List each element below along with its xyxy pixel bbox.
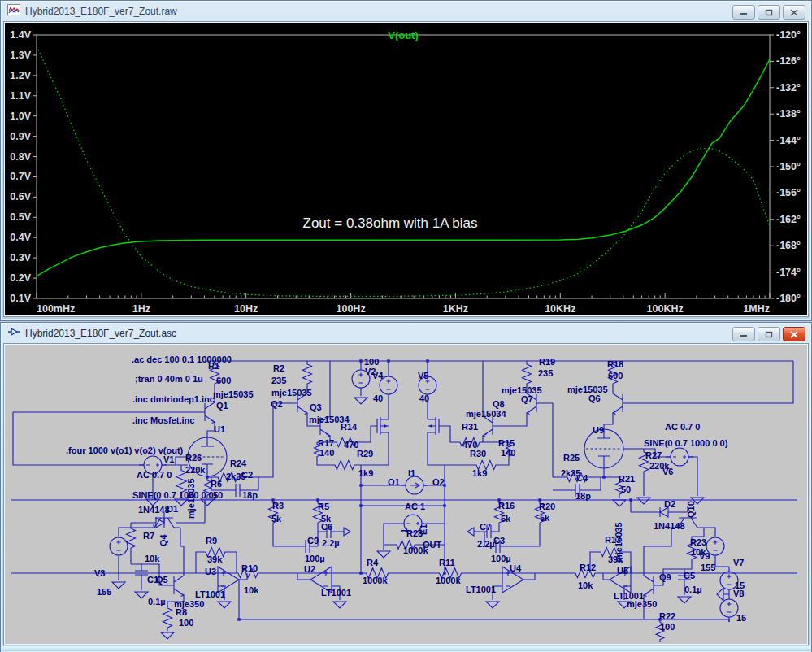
close-button[interactable] [783, 327, 805, 341]
y-left-tick: 1.2V [10, 70, 31, 81]
sch-label: V3 [94, 569, 105, 578]
y-right-tick: -168° [776, 240, 801, 251]
y-right-tick: -138° [776, 108, 801, 120]
restore-button[interactable] [758, 327, 780, 341]
sch-label: 100 [179, 619, 193, 628]
sch-label: 100 [660, 623, 675, 632]
sch-label: R15 [498, 439, 515, 448]
y-right-tick: -132° [776, 82, 801, 93]
schematic-canvas[interactable]: .ac dec 100 0.1 1000000;tran 0 40m 0 1u.… [5, 351, 807, 642]
sch-label: C6 [321, 523, 332, 532]
sch-label: C7 [480, 523, 491, 532]
waveform-plot[interactable]: 1.4V1.3V1.2V1.1V1.0V0.9V0.8V0.7V0.6V0.5V… [3, 23, 809, 317]
y-left-tick: 0.4V [10, 232, 31, 243]
minimize-button[interactable] [732, 5, 755, 20]
y-left-tick: 1.4V [10, 29, 31, 41]
sch-label: AC 0.7 0 [137, 471, 172, 480]
sch-label: U2 [304, 565, 315, 574]
sch-label: LT1001 [466, 585, 496, 594]
sch-label: U3 [205, 567, 216, 576]
sch-label: .inc Mosfet.inc [132, 416, 194, 425]
sch-label: 1k9 [472, 469, 487, 478]
sch-label: 1000k [436, 576, 461, 585]
x-axis-tick: 1KHz [443, 303, 468, 315]
sch-label: R24 [230, 459, 246, 468]
x-axis-tick: 100KHz [647, 303, 684, 315]
sch-label: 1000k [363, 576, 388, 585]
sch-label: R28 [406, 529, 423, 538]
y-left-tick: 1.1V [10, 90, 31, 102]
sch-label: LT1001 [195, 590, 225, 599]
sch-label: 140 [319, 449, 334, 458]
sch-label: mje350 [627, 600, 657, 609]
sch-label: V8 [733, 589, 744, 598]
x-axis-tick: 1Hz [132, 303, 150, 315]
sch-label: V6 [662, 467, 673, 476]
sch-label: R14 [341, 423, 357, 432]
sch-label: 39k [608, 555, 623, 564]
sch-label: 220k [185, 466, 205, 475]
y-left-tick: 0.8V [10, 151, 31, 163]
y-right-tick: -174° [776, 267, 801, 278]
restore-button[interactable] [758, 5, 780, 20]
sch-label: 2.2µ [477, 540, 495, 549]
y-right-tick: -162° [776, 214, 801, 225]
sch-label: 5k [501, 515, 510, 524]
sch-label: R22 [659, 612, 675, 621]
sch-label: V1 [163, 455, 174, 464]
y-left-tick: 0.9V [10, 131, 31, 142]
sch-label: R25 [563, 454, 580, 463]
sch-label: D1 [167, 505, 178, 514]
sch-label: 1k9 [358, 469, 373, 478]
x-axis-tick: 100mHz [37, 303, 75, 315]
sch-label: R9 [206, 537, 217, 546]
sch-label: V7 [733, 559, 744, 567]
sch-label: O2 [432, 478, 445, 487]
y-left-tick: 0.3V [10, 252, 31, 263]
y-left-tick: 0.7V [10, 171, 31, 182]
sch-label: R1 [208, 362, 219, 371]
plot-window-titlebar[interactable]: Hybrid2013_E180F_ver7_Zout.raw [3, 2, 809, 20]
sch-label: 140 [501, 449, 515, 458]
sch-label: 0.1µ [148, 598, 166, 606]
sch-label: 235 [538, 369, 553, 378]
minimize-button[interactable] [732, 327, 755, 341]
waveform-icon [7, 4, 20, 19]
sch-label: 50 [213, 491, 223, 500]
magnitude-trace [37, 59, 770, 276]
sch-label: U5 [617, 567, 628, 576]
sch-label: 15 [736, 614, 746, 623]
sch-label: 155 [97, 588, 111, 597]
sch-label: V5 [418, 372, 428, 380]
sch-label: Q10 [687, 501, 696, 518]
sch-label: R3 [272, 502, 284, 511]
schematic-window-titlebar[interactable]: Hybrid2013_E180F_ver7_Zout.asc [3, 324, 809, 342]
trace-title: V(out) [388, 29, 419, 41]
sch-label: 600 [216, 376, 231, 385]
sch-label: C5 [684, 572, 695, 580]
sch-label: mje15035 [567, 385, 608, 394]
sch-label: 10k [145, 554, 159, 563]
sch-label: R6 [211, 480, 222, 489]
sch-label: 100µ [305, 554, 325, 563]
sch-label: R27 [645, 451, 662, 460]
sch-label: Q4 [159, 534, 168, 546]
sch-label: OUT [423, 541, 441, 550]
y-left-tick: 0.5V [10, 211, 31, 223]
sch-label: 10k [578, 581, 593, 590]
close-button[interactable] [783, 5, 805, 20]
sch-label: Q6 [588, 394, 601, 403]
sch-label: Q7 [521, 395, 533, 404]
sch-label: D2 [664, 500, 675, 509]
sch-label: R19 [539, 358, 555, 367]
sch-label: 155 [701, 563, 715, 572]
sch-label: R5 [318, 502, 329, 511]
sch-label: AC 1 [405, 502, 425, 511]
sch-label: mje15035 [213, 390, 254, 399]
sch-label: Q2 [271, 400, 283, 409]
sch-label: 0.1µ [684, 585, 702, 594]
sch-label: U1 [214, 425, 225, 434]
sch-label: 10k [244, 586, 258, 595]
sch-label: SINE(0 0.7 1000 0 0) [132, 491, 216, 500]
sch-label: mje15035 [187, 478, 196, 519]
